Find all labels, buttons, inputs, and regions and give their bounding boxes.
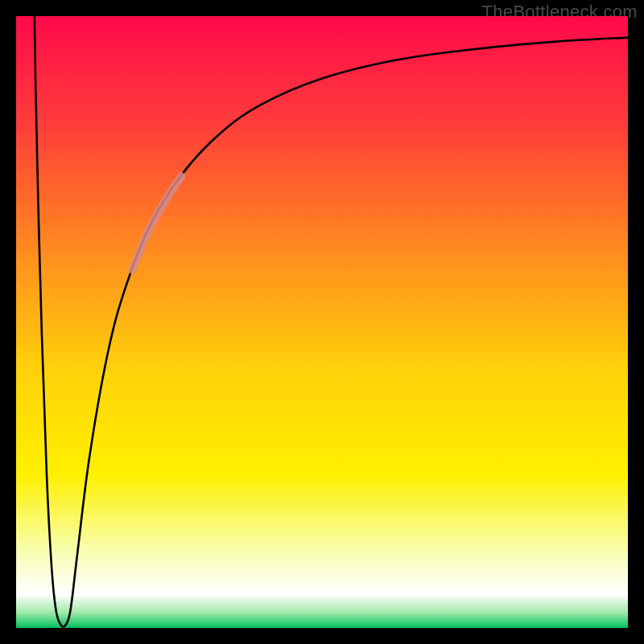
chart-plot-area — [16, 16, 628, 628]
chart-svg — [16, 16, 628, 628]
chart-frame: TheBottleneck.com — [0, 0, 644, 644]
chart-background — [16, 16, 628, 628]
